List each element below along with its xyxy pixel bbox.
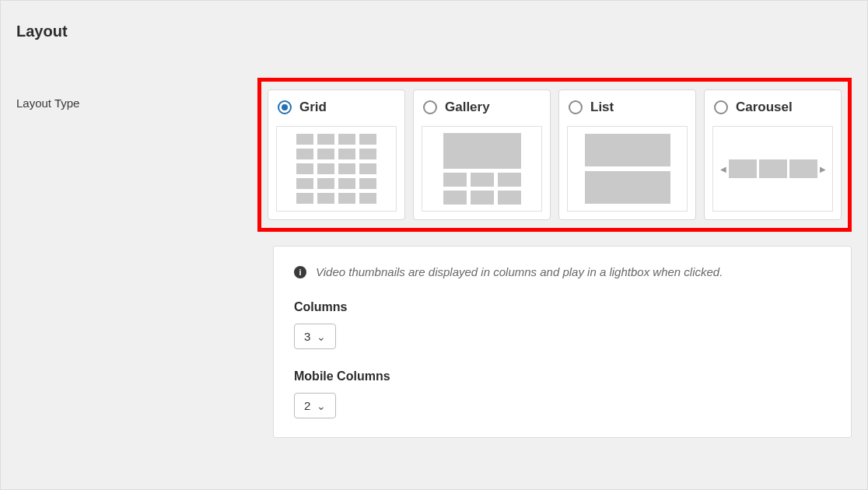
radio-grid[interactable]	[278, 100, 292, 114]
radio-list[interactable]	[569, 100, 583, 114]
layout-option-label: Gallery	[445, 100, 490, 115]
layout-option-gallery[interactable]: Gallery	[413, 89, 551, 220]
list-preview-icon	[567, 126, 688, 212]
layout-option-list[interactable]: List	[558, 89, 696, 220]
section-title: Layout	[16, 23, 852, 40]
layout-option-carousel[interactable]: Carousel ◀ ▶	[704, 89, 842, 220]
radio-gallery[interactable]	[423, 100, 437, 114]
layout-info-panel: i Video thumbnails are displayed in colu…	[273, 246, 852, 438]
gallery-preview-icon	[422, 126, 542, 212]
layout-option-grid[interactable]: Grid	[268, 89, 405, 220]
layout-type-highlight: Grid Galler	[257, 78, 852, 232]
columns-select[interactable]: 3 ⌄	[294, 324, 336, 349]
layout-type-label: Layout Type	[16, 78, 257, 110]
chevron-left-icon: ◀	[720, 165, 726, 173]
info-text: Video thumbnails are displayed in column…	[316, 265, 723, 278]
mobile-columns-value: 2	[304, 399, 310, 412]
columns-value: 3	[304, 330, 310, 343]
carousel-preview-icon: ◀ ▶	[712, 126, 833, 212]
mobile-columns-select[interactable]: 2 ⌄	[294, 393, 336, 418]
radio-carousel[interactable]	[714, 100, 728, 114]
layout-option-label: List	[590, 100, 614, 115]
layout-option-label: Carousel	[736, 100, 793, 115]
mobile-columns-label: Mobile Columns	[294, 369, 831, 383]
columns-label: Columns	[294, 300, 831, 314]
chevron-down-icon: ⌄	[317, 400, 326, 412]
info-icon: i	[294, 266, 306, 278]
grid-preview-icon	[276, 126, 397, 212]
chevron-down-icon: ⌄	[317, 331, 326, 343]
chevron-right-icon: ▶	[820, 165, 826, 173]
layout-option-label: Grid	[299, 100, 327, 115]
